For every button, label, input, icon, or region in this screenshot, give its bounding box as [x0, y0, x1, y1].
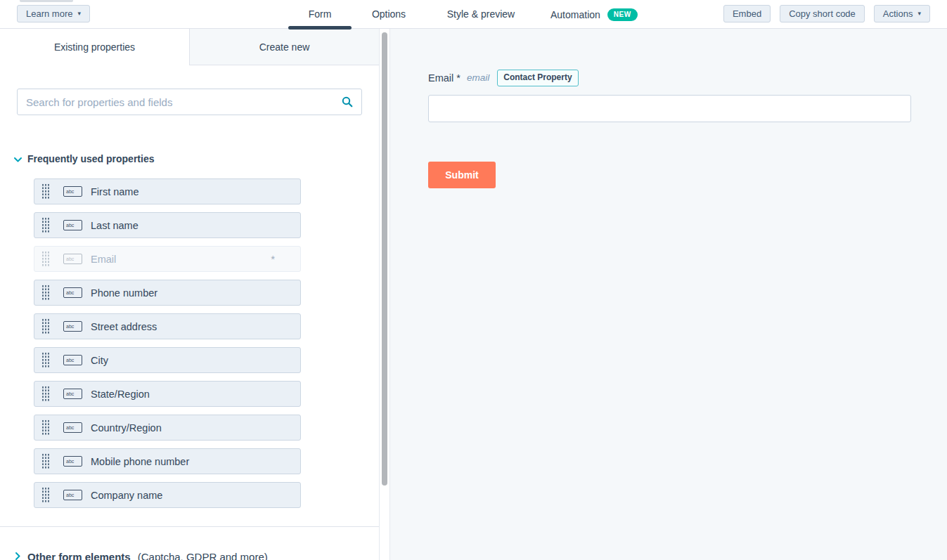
section-title: Frequently used properties — [27, 153, 154, 164]
learn-more-button[interactable]: Learn more ▾ — [17, 5, 90, 22]
actions-label: Actions — [883, 8, 913, 19]
drag-handle-icon — [41, 251, 49, 267]
text-field-icon: abc — [63, 422, 82, 433]
copy-short-code-button[interactable]: Copy short code — [780, 5, 865, 22]
property-state-region[interactable]: abc State/Region — [34, 381, 301, 407]
property-label: State/Region — [91, 389, 150, 400]
property-search — [17, 89, 362, 115]
property-company-name[interactable]: abc Company name — [34, 482, 301, 508]
sidebar-tabs: Existing properties Create new — [0, 29, 379, 65]
text-field-icon: abc — [63, 490, 82, 500]
drag-handle-icon[interactable] — [41, 386, 49, 402]
property-phone-number[interactable]: abc Phone number — [34, 280, 301, 306]
tab-form[interactable]: Form — [288, 0, 352, 29]
drag-handle-icon[interactable] — [41, 419, 49, 436]
property-label: Company name — [91, 490, 162, 501]
chevron-right-icon — [15, 550, 20, 560]
drag-handle-icon[interactable] — [41, 318, 49, 334]
property-label: Street address — [91, 321, 157, 332]
search-input[interactable] — [18, 89, 361, 115]
property-label: City — [91, 355, 108, 366]
tab-automation[interactable]: Automation NEW — [550, 0, 642, 29]
new-badge: NEW — [607, 8, 638, 21]
text-field-icon: abc — [63, 186, 82, 197]
tab-existing-properties[interactable]: Existing properties — [0, 29, 189, 65]
property-country-region[interactable]: abc Country/Region — [34, 415, 301, 441]
drag-handle-icon[interactable] — [41, 453, 49, 469]
sidebar-scrollbar-track[interactable] — [379, 29, 390, 560]
properties-sidebar: Existing properties Create new Frequentl… — [0, 29, 379, 560]
chevron-down-icon: ▾ — [77, 11, 81, 17]
property-label: Last name — [91, 220, 138, 231]
text-field-icon: abc — [63, 355, 82, 365]
property-mobile-phone-number[interactable]: abc Mobile phone number — [34, 448, 301, 474]
tab-options[interactable]: Options — [366, 0, 411, 29]
text-field-icon: abc — [63, 287, 82, 298]
tab-style-preview[interactable]: Style & preview — [444, 0, 518, 29]
footer-subtitle: (Captcha, GDPR and more) — [138, 551, 268, 560]
property-first-name[interactable]: abc First name — [34, 178, 301, 204]
tab-create-new[interactable]: Create new — [189, 29, 379, 65]
property-city[interactable]: abc City — [34, 347, 301, 373]
property-list: abc First name abc Last name abc Email *… — [34, 178, 379, 508]
footer-divider — [0, 526, 379, 527]
learn-more-label: Learn more — [26, 8, 72, 19]
property-label: Email — [91, 254, 116, 265]
text-field-icon: abc — [63, 456, 82, 467]
tab-automation-label: Automation — [550, 1, 600, 29]
header-actions: Embed Copy short code Actions ▾ — [723, 5, 930, 22]
chevron-down-icon: ▾ — [917, 11, 921, 17]
required-marker: * — [456, 72, 460, 84]
property-street-address[interactable]: abc Street address — [34, 313, 301, 339]
drag-handle-icon[interactable] — [41, 487, 49, 503]
cutoff-element — [20, 0, 73, 2]
search-icon[interactable] — [342, 96, 353, 110]
field-internal-name: email — [467, 72, 489, 83]
top-header: Learn more ▾ Form Options Style & previe… — [0, 0, 947, 29]
text-field-icon: abc — [63, 321, 82, 332]
chevron-down-icon — [14, 152, 22, 165]
submit-button[interactable]: Submit — [428, 162, 496, 188]
field-label: Email * — [428, 72, 460, 84]
drag-handle-icon[interactable] — [41, 352, 49, 368]
text-field-icon: abc — [63, 220, 82, 230]
embed-button[interactable]: Embed — [723, 5, 771, 22]
property-email: abc Email * — [34, 246, 301, 272]
form-preview-panel: Email * email Contact Property Submit — [390, 29, 947, 560]
property-label: Country/Region — [91, 422, 162, 434]
property-label: Mobile phone number — [91, 456, 189, 467]
drag-handle-icon[interactable] — [41, 183, 49, 200]
footer-title: Other form elements — [27, 551, 131, 560]
property-last-name[interactable]: abc Last name — [34, 212, 301, 238]
frequently-used-section-toggle[interactable]: Frequently used properties — [14, 152, 379, 165]
other-form-elements-toggle[interactable]: Other form elements (Captcha, GDPR and m… — [15, 550, 268, 560]
contact-property-badge: Contact Property — [497, 70, 578, 86]
email-field-label-row[interactable]: Email * email Contact Property — [428, 70, 579, 86]
drag-handle-icon[interactable] — [41, 217, 49, 233]
property-label: First name — [91, 186, 139, 197]
drag-handle-icon[interactable] — [41, 285, 49, 301]
text-field-icon: abc — [63, 254, 82, 264]
property-label: Phone number — [91, 287, 157, 299]
sidebar-scrollbar-thumb[interactable] — [382, 32, 387, 486]
email-input[interactable] — [428, 95, 911, 122]
actions-button[interactable]: Actions ▾ — [874, 5, 930, 22]
text-field-icon: abc — [63, 389, 82, 399]
required-marker: * — [271, 253, 275, 265]
